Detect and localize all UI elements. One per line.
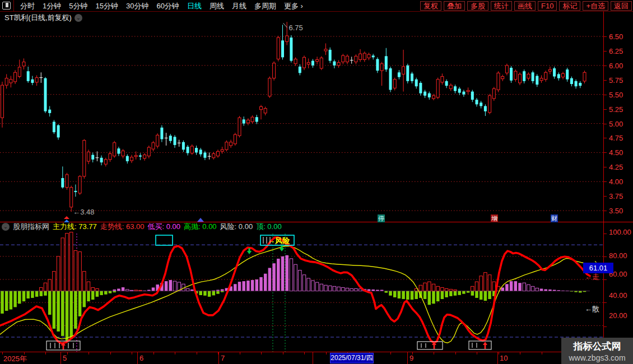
week-tick <box>542 352 542 354</box>
indicator-field-主力线: 主力线: 73.77 <box>53 222 97 232</box>
price-label: 3.50 <box>609 207 623 215</box>
indicator-axis-label: 100.00 <box>609 228 631 236</box>
watermark-url: www.zbgs3.com <box>561 353 633 362</box>
svg-text:→风险: →风险 <box>268 236 290 245</box>
menu-item-15分钟[interactable]: 15分钟 <box>95 2 118 10</box>
indicator-tick <box>604 256 607 257</box>
week-tick <box>24 352 25 354</box>
week-tick <box>412 352 413 354</box>
chart-title-row: ST凯利(日线,前复权) ⌄ <box>4 13 82 23</box>
month-label-7: 7 <box>221 354 225 362</box>
event-badge-停: 停 <box>378 214 385 222</box>
toolbar-button-F10[interactable]: F10 <box>538 1 557 11</box>
toolbar-button-多股[interactable]: 多股 <box>467 1 488 11</box>
toolbar-button-复权[interactable]: 复权 <box>420 1 441 11</box>
year-label: 2025年 <box>3 354 27 364</box>
price-label: 4.25 <box>609 163 623 171</box>
line-tag: ←散 <box>585 304 603 314</box>
indicator-panel-chart[interactable]: →风险 <box>0 231 604 352</box>
menu-item-月线[interactable]: 月线 <box>232 2 246 10</box>
month-label-9: 9 <box>409 354 413 362</box>
menu-item-分时[interactable]: 分时 <box>20 2 35 10</box>
menu-item-5分钟[interactable]: 5分钟 <box>69 2 87 10</box>
svg-text:←3.48: ←3.48 <box>73 208 94 216</box>
line-tag: ←走 <box>585 272 603 282</box>
price-tick <box>604 51 607 52</box>
indicator-field-走势线: 走势线: 63.00 <box>100 222 145 232</box>
top-menu-bar: 分时1分钟5分钟15分钟30分钟60分钟日线周线月线多周期更多 › 复权叠加多股… <box>0 0 633 12</box>
price-label: 6.50 <box>609 32 623 41</box>
price-label: 5.00 <box>609 120 623 128</box>
page-title: ST凯利(日线,前复权) <box>4 13 72 23</box>
week-tick <box>326 352 327 354</box>
site-watermark: 指标公式网 www.zbgs3.com <box>561 338 633 364</box>
menu-item-更多 ›[interactable]: 更多 › <box>284 2 303 10</box>
menu-divider <box>13 0 14 11</box>
toolbar-button-叠加[interactable]: 叠加 <box>444 1 465 11</box>
price-tick <box>604 80 607 81</box>
month-divider <box>313 352 313 364</box>
price-tick <box>604 95 607 95</box>
price-tick <box>604 109 607 110</box>
svg-text:6.75: 6.75 <box>289 24 303 32</box>
indicator-field-顶: 顶: 0.00 <box>256 222 282 232</box>
price-label: 4.50 <box>609 148 623 157</box>
main-candlestick-chart[interactable]: 6.75←3.48 <box>0 11 604 222</box>
week-tick <box>67 352 68 354</box>
price-label: 4.00 <box>609 178 623 186</box>
menu-item-周线[interactable]: 周线 <box>210 2 224 10</box>
indicator-value-badge: 61.01 <box>583 263 613 273</box>
price-label: 3.75 <box>609 192 623 200</box>
marker-red-triangle-icon <box>64 216 69 219</box>
time-axis[interactable]: 2025年 2025/07/31/四 567910 <box>0 352 633 364</box>
indicator-field-风险: 风险: 0.00 <box>220 222 253 232</box>
price-tick <box>604 152 607 153</box>
price-tick <box>604 36 607 37</box>
chevron-down-icon[interactable]: ⌄ <box>2 223 10 231</box>
panel-layout-icon[interactable] <box>2 2 11 10</box>
month-label-5: 5 <box>63 354 67 362</box>
separator-triangle-icon[interactable] <box>197 218 204 222</box>
week-tick <box>283 352 283 354</box>
week-tick <box>89 352 89 354</box>
watermark-title: 指标公式网 <box>561 340 633 353</box>
price-label: 5.50 <box>609 91 623 99</box>
chevron-down-icon[interactable]: ⌄ <box>75 14 82 22</box>
toolbar-button-返回[interactable]: 返回 <box>611 1 632 11</box>
month-label-6: 6 <box>139 354 143 362</box>
event-badge-增: 增 <box>491 214 498 222</box>
week-tick <box>175 352 175 354</box>
menu-item-多周期[interactable]: 多周期 <box>254 2 276 10</box>
week-tick <box>455 352 456 354</box>
tool-menu: 复权叠加多股统计画线F10标记+自选返回 <box>420 1 633 11</box>
menu-item-1分钟[interactable]: 1分钟 <box>43 2 61 10</box>
menu-item-30分钟[interactable]: 30分钟 <box>126 2 148 10</box>
indicator-axis-label: 40.00 <box>609 291 627 300</box>
week-tick <box>434 352 434 354</box>
price-tick <box>604 196 607 197</box>
indicator-tick <box>604 279 607 280</box>
week-tick <box>153 352 154 354</box>
menu-item-60分钟[interactable]: 60分钟 <box>156 2 179 10</box>
week-tick <box>2 352 3 354</box>
toolbar-button-画线[interactable]: 画线 <box>514 1 536 11</box>
price-label: 5.75 <box>609 76 623 85</box>
toolbar-button-统计[interactable]: 统计 <box>491 1 512 11</box>
price-tick <box>604 66 607 66</box>
toolbar-button-+自选[interactable]: +自选 <box>583 1 608 11</box>
price-label: 4.75 <box>609 134 623 142</box>
week-tick <box>520 352 520 354</box>
toolbar-button-标记[interactable]: 标记 <box>559 1 580 11</box>
indicator-field-高抛: 高抛: 0.00 <box>184 222 217 232</box>
indicator-tick <box>604 302 607 303</box>
week-tick <box>110 352 111 354</box>
menu-item-日线[interactable]: 日线 <box>187 2 202 10</box>
price-label: 6.00 <box>609 62 623 70</box>
price-label: 5.25 <box>609 105 623 114</box>
period-menu: 分时1分钟5分钟15分钟30分钟60分钟日线周线月线多周期更多 › <box>16 1 307 11</box>
week-tick <box>197 352 197 354</box>
indicator-field-低买: 低买: 0.00 <box>148 222 181 232</box>
price-label: 6.25 <box>609 47 623 55</box>
price-tick <box>604 138 607 138</box>
month-divider <box>218 352 219 364</box>
